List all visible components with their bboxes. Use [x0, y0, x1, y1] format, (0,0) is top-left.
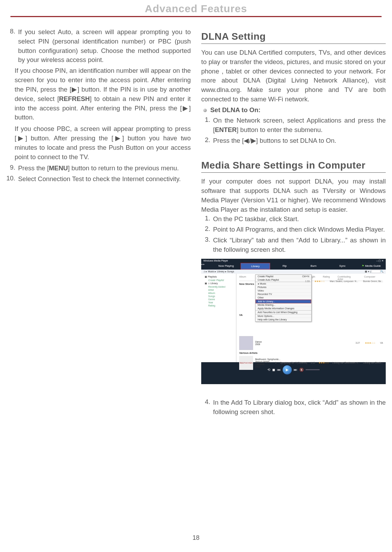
tab-media-guide[interactable]: ⚑ Media Guide — [357, 263, 386, 270]
col-contrib[interactable]: Contributing Artist — [337, 275, 356, 280]
side-genre[interactable]: Genre — [203, 298, 235, 301]
wmp-tabs: ◂ ▸ Now Playing Library Rip Burn Sync ⚑ … — [201, 263, 386, 270]
rating-stars-icon: ★★★☆☆ — [365, 342, 375, 344]
rating-stars-icon: ★★★☆☆ — [314, 280, 325, 283]
dlna-bullet: Set DLNA to On: — [210, 106, 260, 114]
two-column-layout: 8. If you select Auto, a screen will app… — [0, 28, 392, 418]
step-text: Select Connection Test to check the Inte… — [18, 174, 191, 184]
side-year[interactable]: Year — [203, 301, 235, 304]
side-library[interactable]: ▣ ♫ Library — [203, 282, 235, 285]
menu-help[interactable]: Help with Using the Library — [256, 318, 311, 321]
menu-other[interactable]: Other — [256, 296, 311, 300]
track3-title: Beethoven: Symphonie... — [255, 358, 281, 360]
menu-media-sharing[interactable]: Media Sharing... — [256, 303, 311, 307]
track3-composer: Ludwig van Beeth... — [363, 361, 383, 364]
dlna-step-2: 2. Press the [◀/▶] buttons to set DLNA t… — [201, 136, 386, 146]
wmp-breadcrumb-bar: ♫ ▸ Music ▸ Library ▸ Songs ▦ ▾ | 🔍 — [201, 270, 386, 274]
col-album[interactable]: Album — [239, 275, 246, 280]
dlna-heading: DLNA Setting — [201, 31, 386, 44]
album-cover-icon: BEETHOVEN — [239, 356, 253, 370]
menu-apply-media-info[interactable]: Apply Media Information Changes — [256, 307, 311, 310]
track3-length: 1:15 — [311, 361, 315, 364]
step-number: 2. — [201, 225, 210, 234]
step-number: 2. — [201, 136, 210, 146]
header-title: Advanced Features — [145, 3, 247, 14]
menu-add-to-library[interactable]: Add to Library... — [256, 300, 311, 303]
wmp-nav-arrows[interactable]: ◂ ▸ — [201, 263, 212, 270]
track1-length: 1:33 — [305, 280, 310, 283]
track2: Dance 2006 3:27 ★★★☆☆ VA — [239, 336, 383, 350]
media-step-3: 3. Click “Library” tab and then “Add to … — [201, 236, 386, 255]
step-text: In the Add To Library dialog box, click … — [213, 398, 386, 417]
track3-artist: Ludwig van Beethoven, c... — [332, 361, 360, 364]
side-create-playlist[interactable]: Create Playlist — [203, 279, 235, 282]
step-10: 10. Select Connection Test to check the … — [6, 174, 191, 184]
menu-more-options[interactable]: More Options... — [256, 314, 311, 318]
side-album[interactable]: Album — [203, 291, 235, 295]
media-step-4: 4. In the Add To Library dialog box, cli… — [201, 398, 386, 417]
step-8-sub-pbc: If you choose PBC, a screen will appear … — [15, 124, 191, 162]
wmp-main: Album Title Length Rating Contributing A… — [236, 274, 386, 362]
track3-no: 1 — [275, 361, 277, 364]
media-step-1: 1. On the PC taskbar, click Start. — [201, 215, 386, 224]
step-number: 9. — [6, 164, 15, 173]
step-8-sub-pin: If you choose PIN, an identification num… — [15, 66, 191, 122]
bullet-icon — [203, 109, 207, 112]
side-rating[interactable]: Rating — [203, 304, 235, 307]
step-number: 1. — [201, 116, 210, 135]
page-number: 18 — [0, 534, 392, 542]
step-text: Click “Library” tab and then “Add to Lib… — [213, 236, 386, 255]
step-text: Press the [MENU] button to return to the… — [18, 164, 191, 173]
step-text: Press the [◀/▶] buttons to set DLNA to O… — [213, 136, 386, 146]
track2-artist: VA — [380, 342, 383, 344]
menu-recorded-tv[interactable]: Recorded TV — [256, 293, 311, 296]
step-8: 8. If you select Auto, a screen will app… — [6, 28, 191, 65]
media-step-2: 2. Point to All Programs, and then click… — [201, 225, 386, 234]
menu-create-auto-playlist[interactable]: Create Auto Playlist — [256, 278, 311, 282]
window-controls[interactable]: – ▢ ✕ — [376, 259, 384, 262]
track3-piece: Symphony No. 9 (Scherzo) — [280, 361, 307, 364]
view-icons[interactable]: ▦ ▾ | — [365, 270, 371, 273]
right-column: DLNA Setting You can use DLNA Certified … — [201, 28, 386, 418]
wmp-sidebar: ▣ Playlists Create Playlist ▣ ♫ Library … — [201, 274, 236, 362]
side-playlists[interactable]: ▣ Playlists — [203, 275, 235, 279]
track2-year: 2006 — [255, 343, 262, 345]
dlna-step-1: 1. On the Network screen, select Applica… — [201, 116, 386, 135]
wmp-body: ▣ Playlists Create Playlist ▣ ♫ Library … — [201, 274, 386, 362]
left-column: 8. If you select Auto, a screen will app… — [6, 28, 191, 418]
menu-add-favorites[interactable]: Add Favorites to List When Dragging — [256, 310, 311, 314]
step-number: 8. — [6, 28, 15, 65]
tab-sync[interactable]: Sync — [328, 263, 357, 270]
track1-row: 1:33 ★★★☆☆ Marc Seales, composer. N... B… — [305, 280, 383, 283]
menu-create-playlist[interactable]: Create PlaylistCtrl+N — [256, 275, 311, 278]
menu-pictures[interactable]: Pictures — [256, 286, 311, 289]
tab-now-playing[interactable]: Now Playing — [212, 263, 241, 270]
wmp-titlebar: Windows Media Player – ▢ ✕ — [201, 259, 386, 263]
step-number: 1. — [201, 215, 210, 224]
side-recently-added[interactable]: Recently Added — [203, 285, 235, 288]
track2-length: 3:27 — [355, 342, 360, 344]
menu-video[interactable]: Video — [256, 289, 311, 293]
tab-burn[interactable]: Burn — [299, 263, 328, 270]
step-text: Point to All Programs, and then click Wi… — [213, 225, 386, 234]
wmp-app-title: Windows Media Player — [203, 259, 228, 262]
track1-composer: Bonnie Grenn; Be... — [363, 280, 383, 283]
search-input[interactable] — [371, 270, 381, 273]
side-artist[interactable]: Artist — [203, 288, 235, 291]
media-intro: If your computer does not support DLNA, … — [201, 177, 386, 214]
tab-rip[interactable]: Rip — [270, 263, 299, 270]
step-number: 4. — [201, 398, 210, 417]
dlna-bullet-row: Set DLNA to On: — [201, 106, 386, 114]
track3-year: 2002 — [255, 365, 281, 368]
col-rating[interactable]: Rating — [323, 275, 330, 280]
wmp-breadcrumb[interactable]: ♫ ▸ Music ▸ Library ▸ Songs — [203, 270, 234, 273]
album-cover-icon — [239, 336, 253, 350]
library-dropdown-menu: Create PlaylistCtrl+N Create Auto Playli… — [255, 274, 312, 322]
menu-music[interactable]: ● Music — [256, 282, 311, 286]
tab-library[interactable]: Library — [241, 263, 270, 270]
step-number: 3. — [201, 236, 210, 255]
wmp-screenshot: Windows Media Player – ▢ ✕ ◂ ▸ Now Playi… — [201, 259, 386, 384]
col-composer[interactable]: Composer — [364, 275, 375, 280]
side-songs[interactable]: Songs — [203, 295, 235, 298]
track1-artist: Marc Seales, composer. N... — [330, 280, 358, 283]
